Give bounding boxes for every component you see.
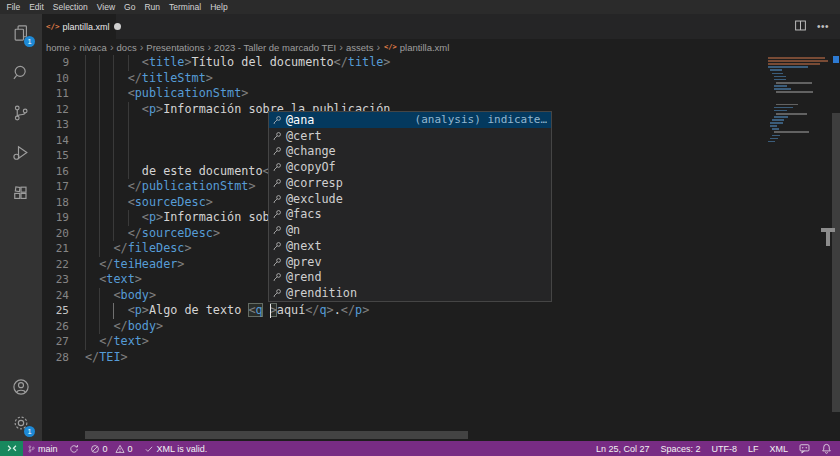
chevron-right-icon: › xyxy=(374,40,382,54)
line-number: 10 xyxy=(42,71,69,87)
notifications-bell-icon[interactable] xyxy=(821,443,832,454)
cursor-position[interactable]: Ln 25, Col 27 xyxy=(596,444,650,454)
tab-plantilla-xml[interactable]: </> plantilla.xml xyxy=(42,14,116,39)
suggestion-label: @copyOf xyxy=(286,160,336,174)
chevron-right-icon: › xyxy=(108,40,116,54)
suggestion-item[interactable]: @exclude xyxy=(269,191,551,207)
breadcrumb-item[interactable]: plantilla.xml xyxy=(399,42,451,53)
autocomplete-popup: @ana(analysis) indicate…@cert@change@cop… xyxy=(268,111,552,302)
line-number: 12 xyxy=(42,102,69,118)
property-icon xyxy=(272,178,282,188)
suggestion-item[interactable]: @rend xyxy=(269,270,551,286)
suggestion-item[interactable]: @corresp xyxy=(269,175,551,191)
breadcrumb: home›nivaca›docs›Presentations›2023 - Ta… xyxy=(42,39,840,55)
minimap-line xyxy=(770,69,782,71)
menu-item-selection[interactable]: Selection xyxy=(48,0,92,14)
menu-item-run[interactable]: Run xyxy=(140,0,165,14)
eol-setting[interactable]: LF xyxy=(748,444,759,454)
line-number: 16 xyxy=(42,164,69,180)
code-editor[interactable]: 9 <title>Título del documento</title>10 … xyxy=(42,55,840,441)
problems-indicator[interactable]: 0 0 xyxy=(90,444,133,454)
indent-guide xyxy=(99,133,100,149)
suggestion-item[interactable]: @rendition xyxy=(269,285,551,301)
suggestion-label: @rendition xyxy=(286,286,357,300)
more-actions-icon[interactable]: ••• xyxy=(817,21,829,32)
xml-file-icon: </> xyxy=(46,22,60,31)
suggestion-item[interactable]: @next xyxy=(269,238,551,254)
run-debug-icon[interactable] xyxy=(8,140,34,166)
line-number: 28 xyxy=(42,350,69,366)
extensions-icon[interactable] xyxy=(8,180,34,206)
breadcrumb-item[interactable]: nivaca xyxy=(78,42,107,53)
settings-badge: 1 xyxy=(24,426,35,437)
vertical-scrollbar[interactable] xyxy=(832,113,840,412)
indent-guide xyxy=(113,117,114,133)
menu-item-terminal[interactable]: Terminal xyxy=(165,0,206,14)
code-line[interactable]: 9 <title>Título del documento</title> xyxy=(42,55,840,71)
minimap-line xyxy=(772,73,783,75)
suggestion-label: @cert xyxy=(286,129,322,143)
search-icon[interactable] xyxy=(8,60,34,86)
validation-text: XML is valid. xyxy=(157,444,208,454)
xml-validation-status[interactable]: XML is valid. xyxy=(144,444,208,454)
menu-item-view[interactable]: View xyxy=(92,0,119,14)
breadcrumb-item[interactable]: Presentations xyxy=(145,42,205,53)
breadcrumb-item[interactable]: docs xyxy=(116,42,138,53)
minimap-line xyxy=(772,135,780,137)
property-icon xyxy=(272,288,282,298)
explorer-icon[interactable]: 1 xyxy=(8,20,34,46)
indent-guide xyxy=(85,133,86,149)
warning-count: 0 xyxy=(128,444,133,454)
remote-indicator[interactable] xyxy=(0,441,23,456)
breadcrumb-item[interactable]: 2023 - Taller de marcado TEI xyxy=(213,42,337,53)
tab-label: plantilla.xml xyxy=(63,22,110,32)
code-line[interactable]: 10 </titleStmt> xyxy=(42,71,840,87)
code-line[interactable]: 25 <p>Algo de texto <q >aquí</q>.</p> xyxy=(42,303,840,319)
settings-gear-icon[interactable]: 1 xyxy=(8,410,34,436)
suggestion-item[interactable]: @ana(analysis) indicate… xyxy=(269,112,551,128)
status-bar: main 0 0 XML is valid. Ln 25, Col 27 Spa… xyxy=(0,441,840,456)
minimap-line xyxy=(776,91,813,93)
branch-indicator[interactable]: main xyxy=(27,444,58,454)
suggestion-item[interactable]: @prev xyxy=(269,254,551,270)
menu-item-file[interactable]: File xyxy=(2,0,25,14)
encoding-setting[interactable]: UTF-8 xyxy=(711,444,737,454)
menu-item-go[interactable]: Go xyxy=(120,0,140,14)
indentation-setting[interactable]: Spaces: 2 xyxy=(660,444,700,454)
code-line[interactable]: 27 </text> xyxy=(42,334,840,350)
breadcrumb-item[interactable]: home xyxy=(45,42,71,53)
minimap-line xyxy=(776,82,812,84)
chevron-right-icon: › xyxy=(205,40,213,54)
menu-item-edit[interactable]: Edit xyxy=(25,0,49,14)
suggestion-item[interactable]: @facs xyxy=(269,207,551,223)
sync-button[interactable] xyxy=(69,444,79,454)
breadcrumb-item[interactable]: assets xyxy=(345,42,374,53)
code-line[interactable]: 11 <publicationStmt> xyxy=(42,86,840,102)
suggestion-item[interactable]: @cert xyxy=(269,128,551,144)
account-icon[interactable] xyxy=(8,374,34,400)
code-line[interactable]: 26 </body> xyxy=(42,319,840,335)
line-number: 25 xyxy=(42,303,69,319)
vscode-window: FileEditSelectionViewGoRunTerminalHelp 1 xyxy=(0,0,840,456)
minimap-line xyxy=(774,88,791,90)
suggestion-item[interactable]: @copyOf xyxy=(269,159,551,175)
suggestion-item[interactable]: @change xyxy=(269,144,551,160)
error-count: 0 xyxy=(103,444,108,454)
line-number: 9 xyxy=(42,55,69,71)
suggestion-label: @change xyxy=(286,144,336,158)
line-number: 14 xyxy=(42,133,69,149)
split-editor-icon[interactable] xyxy=(794,18,807,36)
suggestion-item[interactable]: @n xyxy=(269,222,551,238)
code-line[interactable]: 28</TEI> xyxy=(42,350,840,366)
scrollbar-marker xyxy=(821,228,835,246)
property-icon xyxy=(272,115,282,125)
indent-guide xyxy=(113,148,114,164)
modified-dot-icon[interactable] xyxy=(114,23,121,30)
minimap-line xyxy=(770,125,777,127)
horizontal-scrollbar[interactable] xyxy=(85,431,468,439)
indent-guide xyxy=(113,133,114,149)
source-control-icon[interactable] xyxy=(8,100,34,126)
feedback-icon[interactable] xyxy=(799,443,810,454)
language-mode[interactable]: XML xyxy=(769,444,788,454)
menu-item-help[interactable]: Help xyxy=(206,0,232,14)
